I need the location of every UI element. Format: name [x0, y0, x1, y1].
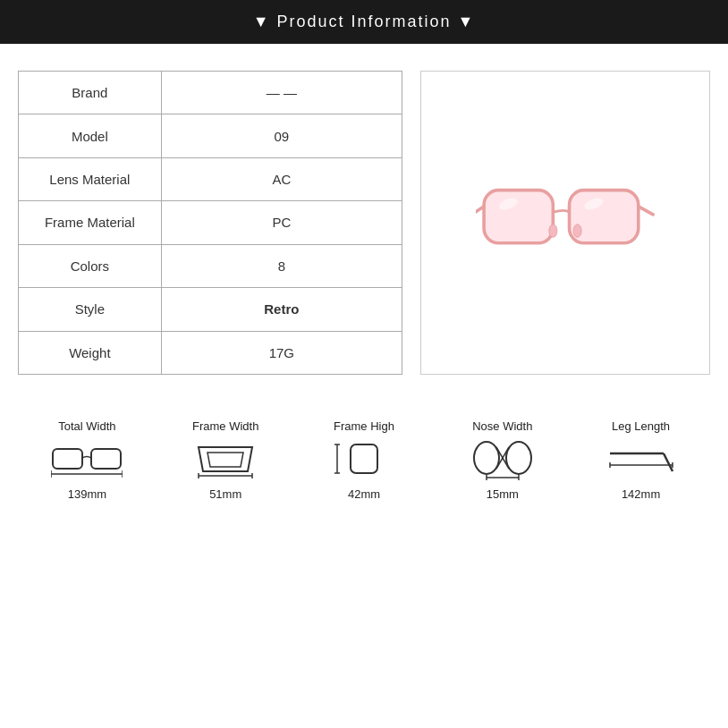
table-row: Frame MaterialPC: [19, 201, 402, 244]
svg-point-22: [474, 442, 499, 474]
table-row: Model09: [19, 114, 402, 157]
dim-leg-length-value: 142mm: [622, 487, 660, 501]
dim-nose-width-label: Nose Width: [472, 419, 532, 433]
svg-rect-8: [53, 449, 82, 469]
glasses-image: [476, 165, 655, 281]
table-value-3: PC: [161, 201, 402, 244]
table-label-6: Weight: [19, 331, 162, 374]
dim-total-width: Total Width 139mm: [51, 419, 123, 501]
dim-frame-width-value: 51mm: [209, 487, 241, 501]
table-label-1: Model: [19, 114, 162, 157]
svg-point-23: [506, 442, 531, 474]
table-row: Colors8: [19, 244, 402, 287]
svg-point-5: [573, 224, 581, 238]
product-info-table: Brand— —Model09Lens MaterialACFrame Mate…: [18, 71, 402, 375]
table-row: Weight17G: [19, 331, 402, 374]
leg-length-icon: [605, 440, 677, 480]
frame-width-icon: [190, 440, 261, 480]
dim-frame-high-value: 42mm: [348, 487, 380, 501]
table-label-5: Style: [19, 288, 162, 331]
table-row: Lens MaterialAC: [19, 157, 402, 200]
dimensions-section: Total Width 139mm Frame Width: [0, 402, 728, 510]
dim-frame-width: Frame Width 51mm: [190, 419, 261, 501]
page: ▼ Product Information ▼ Brand— —Model09L…: [0, 0, 728, 728]
nose-width-icon: [467, 440, 538, 480]
header-title: ▼ Product Information ▼: [253, 13, 476, 30]
table-value-0: — —: [161, 72, 402, 114]
dim-frame-high: Frame High 42mm: [328, 419, 400, 501]
table-row: StyleRetro: [19, 288, 402, 331]
dim-leg-length: Leg Length 142mm: [605, 419, 677, 501]
product-image-area: [420, 71, 710, 375]
table-row: Brand— —: [19, 72, 402, 114]
table-label-0: Brand: [19, 72, 162, 114]
total-width-icon: [51, 440, 123, 480]
dim-total-width-value: 139mm: [68, 487, 106, 501]
svg-rect-9: [91, 449, 121, 469]
table-label-4: Colors: [19, 244, 162, 287]
table-value-2: AC: [161, 157, 402, 200]
table-label-2: Lens Material: [19, 157, 162, 200]
svg-rect-0: [484, 190, 553, 243]
frame-high-icon: [328, 440, 400, 480]
svg-point-4: [549, 224, 557, 238]
page-header: ▼ Product Information ▼: [0, 0, 728, 44]
dim-frame-width-label: Frame Width: [192, 419, 258, 433]
svg-rect-18: [351, 444, 377, 473]
dim-nose-width-value: 15mm: [487, 487, 519, 501]
table-value-6: 17G: [161, 331, 402, 374]
table-label-3: Frame Material: [19, 201, 162, 244]
table-value-1: 09: [161, 114, 402, 157]
table-value-5: Retro: [161, 288, 402, 331]
table-value-4: 8: [161, 244, 402, 287]
dim-nose-width: Nose Width 15mm: [467, 419, 538, 501]
dim-frame-high-label: Frame High: [334, 419, 394, 433]
dim-leg-length-label: Leg Length: [612, 419, 670, 433]
svg-line-30: [664, 453, 673, 471]
dim-total-width-label: Total Width: [58, 419, 115, 433]
svg-line-3: [639, 207, 653, 215]
main-content: Brand— —Model09Lens MaterialACFrame Mate…: [0, 44, 728, 393]
